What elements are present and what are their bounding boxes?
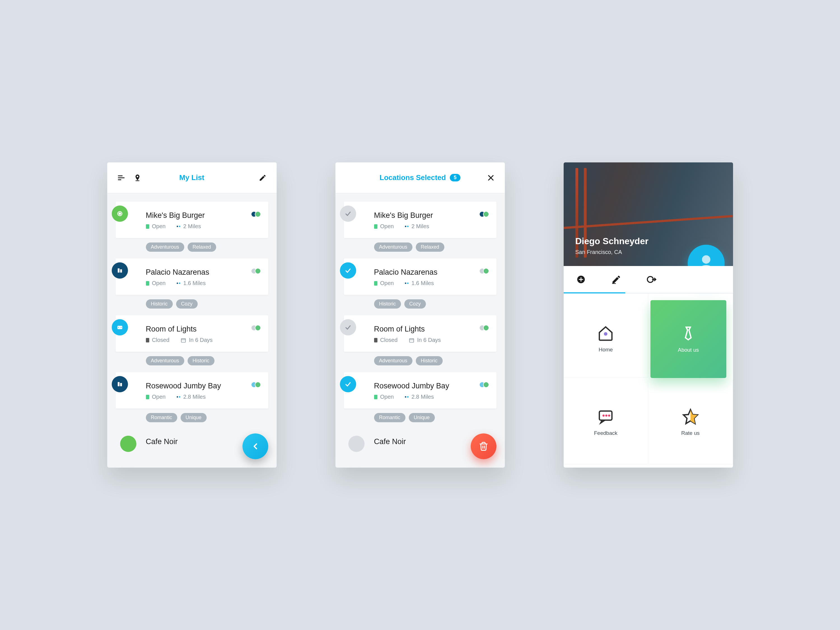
item-tags: Romantic Unique <box>116 409 268 429</box>
svg-rect-23 <box>612 283 616 284</box>
trash-icon <box>479 442 488 451</box>
tag[interactable]: Relaxed <box>188 243 216 252</box>
selection-count-badge: 5 <box>450 174 460 182</box>
tag[interactable]: Adventurous <box>374 356 412 365</box>
tile-about-us[interactable]: About us <box>651 300 726 378</box>
attendee-avatars-icon <box>253 382 261 388</box>
list-item[interactable]: Room of Lights Closed In 6 Days <box>344 315 496 352</box>
svg-rect-14 <box>120 383 122 387</box>
item-tags: Romantic Unique <box>344 409 496 429</box>
tag[interactable]: Unique <box>181 413 207 422</box>
plus-circle-icon <box>576 275 586 284</box>
list-item[interactable]: Room of Lights Closed In 6 Days <box>116 315 268 352</box>
tag[interactable]: Adventurous <box>374 243 412 252</box>
item-title: Mike's Big Burger <box>146 211 261 220</box>
tag[interactable]: Cozy <box>176 299 198 309</box>
screen-profile: Diego Schneyder San Francisco, CA Home A… <box>564 163 733 467</box>
list-item[interactable]: Rosewood Jumby Bay Open 2.8 Miles <box>344 372 496 409</box>
svg-rect-11 <box>181 338 185 342</box>
item-meta: Open 2 Miles <box>146 223 261 230</box>
tie-icon <box>680 325 696 342</box>
star-icon <box>682 408 699 425</box>
item-title: Mike's Big Burger <box>374 211 489 220</box>
action-edit[interactable] <box>611 275 621 284</box>
tile-feedback[interactable]: Feedback <box>564 380 649 464</box>
item-title: Rosewood Jumby Bay <box>374 382 489 390</box>
item-meta: Closed In 6 Days <box>146 337 261 343</box>
list-item[interactable]: Palacio Nazarenas Open 1.6 Miles <box>344 259 496 295</box>
location-list: Mike's Big Burger Open 2 Miles Adventuro… <box>335 193 505 446</box>
screen-my-list: My List Mike's Big Burger Open 2 Miles A… <box>107 163 276 467</box>
edit-icon <box>611 275 621 284</box>
attendee-avatars-icon <box>253 211 261 217</box>
tag[interactable]: Historic <box>188 356 215 365</box>
item-meta: Closed In 6 Days <box>374 337 489 343</box>
topbar: Locations Selected 5 <box>335 163 505 193</box>
svg-rect-8 <box>117 326 122 329</box>
selection-checkbox[interactable] <box>340 376 356 392</box>
tag[interactable]: Historic <box>146 299 173 309</box>
tile-label: Feedback <box>594 430 617 436</box>
selection-checkbox[interactable] <box>340 319 356 335</box>
tag[interactable]: Romantic <box>146 413 177 422</box>
check-icon <box>344 324 352 331</box>
profile-hero: Diego Schneyder San Francisco, CA <box>564 163 733 266</box>
item-title: Room of Lights <box>374 325 489 333</box>
tag[interactable]: Cozy <box>404 299 426 309</box>
tag[interactable]: Unique <box>409 413 435 422</box>
tag[interactable]: Historic <box>416 356 443 365</box>
list-item[interactable]: Mike's Big Burger Open 2 Miles <box>344 202 496 238</box>
svg-rect-22 <box>579 279 583 280</box>
item-title: Palacio Nazarenas <box>374 268 489 276</box>
tag[interactable]: Historic <box>374 299 401 309</box>
category-badge-icon <box>112 205 128 222</box>
fab-back-button[interactable] <box>243 433 268 459</box>
tile-label: Home <box>598 347 613 353</box>
menu-grid: Home About us Feedback Rate us <box>564 294 733 464</box>
svg-rect-6 <box>118 268 120 272</box>
svg-rect-7 <box>120 269 122 273</box>
item-meta: Open 1.6 Miles <box>146 280 261 286</box>
fab-delete-button[interactable] <box>471 433 496 459</box>
profile-actionbar <box>564 266 733 294</box>
item-title: Room of Lights <box>146 325 261 333</box>
profile-name: Diego Schneyder <box>575 236 649 246</box>
svg-point-30 <box>608 414 610 417</box>
category-badge-icon <box>112 319 128 335</box>
tag[interactable]: Romantic <box>374 413 406 422</box>
tag[interactable]: Adventurous <box>146 356 184 365</box>
tile-rate-us[interactable]: Rate us <box>648 380 733 464</box>
attendee-avatars-icon <box>253 268 261 274</box>
attendee-avatars-icon <box>481 325 489 331</box>
filter-icon[interactable] <box>116 172 127 183</box>
edit-icon[interactable] <box>257 172 268 183</box>
item-meta: Open 2.8 Miles <box>146 394 261 400</box>
selection-checkbox[interactable] <box>340 262 356 279</box>
item-title: Palacio Nazarenas <box>146 268 261 276</box>
svg-rect-13 <box>118 382 120 386</box>
location-list: Mike's Big Burger Open 2 Miles Adventuro… <box>107 193 276 446</box>
tag[interactable]: Adventurous <box>146 243 184 252</box>
page-title: My List <box>179 173 204 182</box>
list-item[interactable]: Palacio Nazarenas Open 1.6 Miles <box>116 259 268 295</box>
svg-point-10 <box>120 327 121 328</box>
category-badge-icon <box>112 262 128 279</box>
tag[interactable]: Relaxed <box>416 243 444 252</box>
tile-label: Rate us <box>681 430 699 436</box>
list-item[interactable]: Rosewood Jumby Bay Open 2.8 Miles <box>116 372 268 409</box>
page-title: Locations Selected <box>380 173 446 182</box>
attendee-avatars-icon <box>481 268 489 274</box>
tile-home[interactable]: Home <box>564 294 649 377</box>
action-add[interactable] <box>576 275 586 284</box>
attendee-avatars-icon <box>253 325 261 331</box>
category-badge-icon <box>112 376 128 392</box>
item-title: Rosewood Jumby Bay <box>146 382 261 390</box>
close-button[interactable] <box>485 172 496 183</box>
logout-icon <box>647 275 657 284</box>
list-item[interactable]: Mike's Big Burger Open 2 Miles <box>116 202 268 238</box>
location-pin-icon[interactable] <box>132 172 143 183</box>
item-tags: Historic Cozy <box>344 295 496 315</box>
profile-location: San Francisco, CA <box>575 249 622 255</box>
selection-checkbox[interactable] <box>340 205 356 222</box>
action-logout[interactable] <box>647 275 657 284</box>
